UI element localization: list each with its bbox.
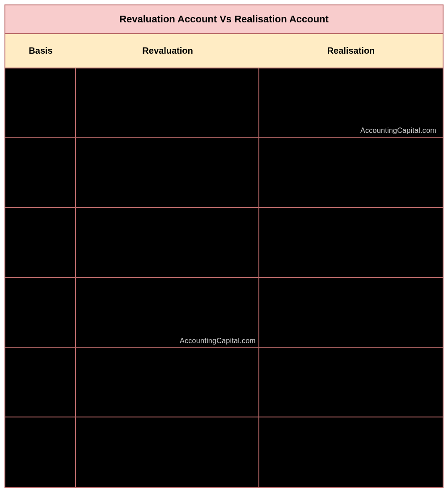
header-realisation: Realisation xyxy=(259,34,443,68)
table-row xyxy=(5,138,443,208)
table-row: AccountingCapital.com xyxy=(5,68,443,138)
column-headers: Basis Revaluation Realisation xyxy=(5,34,443,68)
cell-basis xyxy=(5,348,76,417)
cell-revaluation xyxy=(76,68,259,137)
cell-revaluation: AccountingCapital.com xyxy=(76,278,259,347)
cell-basis xyxy=(5,68,76,137)
header-revaluation: Revaluation xyxy=(76,34,259,68)
comparison-table: Revaluation Account Vs Realisation Accou… xyxy=(4,4,444,488)
cell-basis xyxy=(5,417,76,487)
cell-realisation xyxy=(259,138,443,207)
cell-basis xyxy=(5,138,76,207)
table-row: AccountingCapital.com xyxy=(5,278,443,348)
cell-realisation: AccountingCapital.com xyxy=(259,68,443,137)
cell-realisation xyxy=(259,278,443,347)
cell-revaluation xyxy=(76,208,259,277)
table-row xyxy=(5,208,443,278)
cell-realisation xyxy=(259,417,443,487)
table-row xyxy=(5,417,443,487)
table-title: Revaluation Account Vs Realisation Accou… xyxy=(5,5,443,34)
cell-basis xyxy=(5,278,76,347)
cell-realisation xyxy=(259,348,443,417)
cell-basis xyxy=(5,208,76,277)
cell-revaluation xyxy=(76,417,259,487)
cell-revaluation xyxy=(76,348,259,417)
cell-revaluation xyxy=(76,138,259,207)
cell-realisation xyxy=(259,208,443,277)
watermark-text: AccountingCapital.com xyxy=(180,337,256,345)
header-basis: Basis xyxy=(5,34,76,68)
table-row xyxy=(5,348,443,417)
watermark-text: AccountingCapital.com xyxy=(360,127,436,135)
table-body: AccountingCapital.com AccountingCapital.… xyxy=(5,68,443,487)
